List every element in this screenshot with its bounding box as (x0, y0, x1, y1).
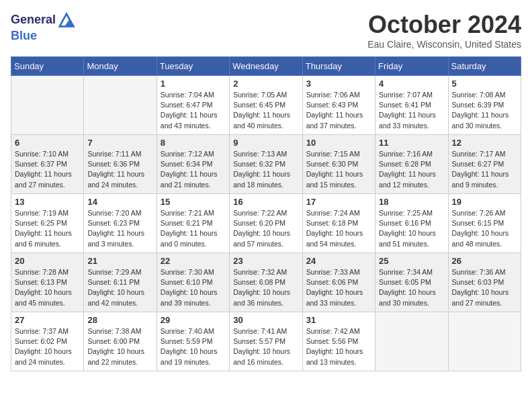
day-info: Sunrise: 7:36 AMSunset: 6:03 PMDaylight:… (452, 267, 517, 308)
calendar-cell: 27Sunrise: 7:37 AMSunset: 6:02 PMDayligh… (11, 312, 84, 371)
day-info: Sunrise: 7:16 AMSunset: 6:28 PMDaylight:… (379, 149, 444, 190)
calendar-cell (375, 312, 448, 371)
calendar-cell: 10Sunrise: 7:15 AMSunset: 6:30 PMDayligh… (302, 135, 375, 194)
day-info: Sunrise: 7:42 AMSunset: 5:56 PMDaylight:… (306, 326, 371, 367)
calendar-cell: 21Sunrise: 7:29 AMSunset: 6:11 PMDayligh… (84, 253, 157, 312)
day-info: Sunrise: 7:07 AMSunset: 6:41 PMDaylight:… (379, 90, 444, 131)
day-number: 3 (306, 79, 371, 89)
calendar-cell: 2Sunrise: 7:05 AMSunset: 6:45 PMDaylight… (230, 76, 302, 135)
day-info: Sunrise: 7:21 AMSunset: 6:21 PMDaylight:… (161, 208, 226, 249)
calendar-cell: 24Sunrise: 7:33 AMSunset: 6:06 PMDayligh… (302, 253, 375, 312)
day-number: 11 (379, 138, 444, 148)
calendar-cell: 15Sunrise: 7:21 AMSunset: 6:21 PMDayligh… (157, 194, 229, 253)
day-number: 12 (452, 138, 517, 148)
calendar-cell: 1Sunrise: 7:04 AMSunset: 6:47 PMDaylight… (157, 76, 229, 135)
day-info: Sunrise: 7:41 AMSunset: 5:57 PMDaylight:… (233, 326, 298, 367)
day-number: 5 (452, 79, 517, 89)
day-info: Sunrise: 7:10 AMSunset: 6:37 PMDaylight:… (15, 149, 80, 190)
day-number: 8 (161, 138, 226, 148)
day-number: 27 (15, 315, 80, 325)
day-number: 18 (379, 197, 444, 207)
calendar-cell: 4Sunrise: 7:07 AMSunset: 6:41 PMDaylight… (375, 76, 448, 135)
calendar-cell: 14Sunrise: 7:20 AMSunset: 6:23 PMDayligh… (84, 194, 157, 253)
calendar-cell (84, 76, 157, 135)
calendar-table: SundayMondayTuesdayWednesdayThursdayFrid… (11, 56, 521, 371)
day-info: Sunrise: 7:29 AMSunset: 6:11 PMDaylight:… (87, 267, 152, 308)
day-info: Sunrise: 7:38 AMSunset: 6:00 PMDaylight:… (87, 326, 152, 367)
calendar-cell: 26Sunrise: 7:36 AMSunset: 6:03 PMDayligh… (448, 253, 521, 312)
calendar-cell: 25Sunrise: 7:34 AMSunset: 6:05 PMDayligh… (375, 253, 448, 312)
day-info: Sunrise: 7:30 AMSunset: 6:10 PMDaylight:… (161, 267, 226, 308)
day-info: Sunrise: 7:26 AMSunset: 6:15 PMDaylight:… (452, 208, 517, 249)
day-number: 10 (306, 138, 371, 148)
day-info: Sunrise: 7:04 AMSunset: 6:47 PMDaylight:… (161, 90, 226, 131)
calendar-cell: 30Sunrise: 7:41 AMSunset: 5:57 PMDayligh… (230, 312, 302, 371)
day-number: 6 (15, 138, 80, 148)
day-number: 25 (379, 256, 444, 266)
calendar-cell: 7Sunrise: 7:11 AMSunset: 6:36 PMDaylight… (84, 135, 157, 194)
day-number: 13 (15, 197, 80, 207)
day-info: Sunrise: 7:40 AMSunset: 5:59 PMDaylight:… (161, 326, 226, 367)
calendar-cell: 9Sunrise: 7:13 AMSunset: 6:32 PMDaylight… (230, 135, 302, 194)
day-info: Sunrise: 7:20 AMSunset: 6:23 PMDaylight:… (87, 208, 152, 249)
calendar-week-4: 20Sunrise: 7:28 AMSunset: 6:13 PMDayligh… (11, 253, 521, 312)
calendar-cell: 6Sunrise: 7:10 AMSunset: 6:37 PMDaylight… (11, 135, 84, 194)
location: Eau Claire, Wisconsin, United States (367, 39, 521, 50)
calendar-cell: 29Sunrise: 7:40 AMSunset: 5:59 PMDayligh… (157, 312, 229, 371)
calendar-cell: 12Sunrise: 7:17 AMSunset: 6:27 PMDayligh… (448, 135, 521, 194)
calendar-cell: 17Sunrise: 7:24 AMSunset: 6:18 PMDayligh… (302, 194, 375, 253)
day-number: 21 (87, 256, 152, 266)
calendar-cell: 8Sunrise: 7:12 AMSunset: 6:34 PMDaylight… (157, 135, 229, 194)
day-header-friday: Friday (375, 57, 448, 76)
calendar-cell: 13Sunrise: 7:19 AMSunset: 6:25 PMDayligh… (11, 194, 84, 253)
day-number: 4 (379, 79, 444, 89)
day-number: 7 (87, 138, 152, 148)
day-info: Sunrise: 7:05 AMSunset: 6:45 PMDaylight:… (233, 90, 298, 131)
day-info: Sunrise: 7:32 AMSunset: 6:08 PMDaylight:… (233, 267, 298, 308)
day-number: 1 (161, 79, 226, 89)
day-number: 19 (452, 197, 517, 207)
day-info: Sunrise: 7:25 AMSunset: 6:16 PMDaylight:… (379, 208, 444, 249)
calendar-cell (11, 76, 84, 135)
day-info: Sunrise: 7:12 AMSunset: 6:34 PMDaylight:… (161, 149, 226, 190)
day-info: Sunrise: 7:22 AMSunset: 6:20 PMDaylight:… (233, 208, 298, 249)
day-info: Sunrise: 7:19 AMSunset: 6:25 PMDaylight:… (15, 208, 80, 249)
calendar-cell: 20Sunrise: 7:28 AMSunset: 6:13 PMDayligh… (11, 253, 84, 312)
day-number: 15 (161, 197, 226, 207)
calendar-cell: 19Sunrise: 7:26 AMSunset: 6:15 PMDayligh… (448, 194, 521, 253)
day-header-sunday: Sunday (11, 57, 84, 76)
logo-icon (57, 11, 76, 30)
day-info: Sunrise: 7:11 AMSunset: 6:36 PMDaylight:… (87, 149, 152, 190)
day-number: 22 (161, 256, 226, 266)
calendar-header-row: SundayMondayTuesdayWednesdayThursdayFrid… (11, 57, 521, 76)
calendar-cell: 22Sunrise: 7:30 AMSunset: 6:10 PMDayligh… (157, 253, 229, 312)
title-block: October 2024 Eau Claire, Wisconsin, Unit… (367, 11, 521, 50)
day-number: 26 (452, 256, 517, 266)
day-header-tuesday: Tuesday (157, 57, 229, 76)
calendar-cell: 16Sunrise: 7:22 AMSunset: 6:20 PMDayligh… (230, 194, 302, 253)
day-header-wednesday: Wednesday (230, 57, 302, 76)
day-header-saturday: Saturday (448, 57, 521, 76)
calendar-week-3: 13Sunrise: 7:19 AMSunset: 6:25 PMDayligh… (11, 194, 521, 253)
day-info: Sunrise: 7:15 AMSunset: 6:30 PMDaylight:… (306, 149, 371, 190)
day-number: 24 (306, 256, 371, 266)
calendar-cell: 23Sunrise: 7:32 AMSunset: 6:08 PMDayligh… (230, 253, 302, 312)
day-info: Sunrise: 7:13 AMSunset: 6:32 PMDaylight:… (233, 149, 298, 190)
calendar-cell: 3Sunrise: 7:06 AMSunset: 6:43 PMDaylight… (302, 76, 375, 135)
logo: General Blue (11, 11, 76, 43)
calendar-week-5: 27Sunrise: 7:37 AMSunset: 6:02 PMDayligh… (11, 312, 521, 371)
day-info: Sunrise: 7:37 AMSunset: 6:02 PMDaylight:… (15, 326, 80, 367)
svg-marker-1 (64, 19, 75, 26)
logo-text: General Blue (11, 11, 76, 43)
day-number: 31 (306, 315, 371, 325)
calendar-cell: 18Sunrise: 7:25 AMSunset: 6:16 PMDayligh… (375, 194, 448, 253)
calendar-cell: 28Sunrise: 7:38 AMSunset: 6:00 PMDayligh… (84, 312, 157, 371)
day-number: 2 (233, 79, 298, 89)
day-number: 14 (87, 197, 152, 207)
day-info: Sunrise: 7:34 AMSunset: 6:05 PMDaylight:… (379, 267, 444, 308)
day-header-thursday: Thursday (302, 57, 375, 76)
day-number: 9 (233, 138, 298, 148)
day-info: Sunrise: 7:24 AMSunset: 6:18 PMDaylight:… (306, 208, 371, 249)
day-info: Sunrise: 7:06 AMSunset: 6:43 PMDaylight:… (306, 90, 371, 131)
calendar-cell: 5Sunrise: 7:08 AMSunset: 6:39 PMDaylight… (448, 76, 521, 135)
